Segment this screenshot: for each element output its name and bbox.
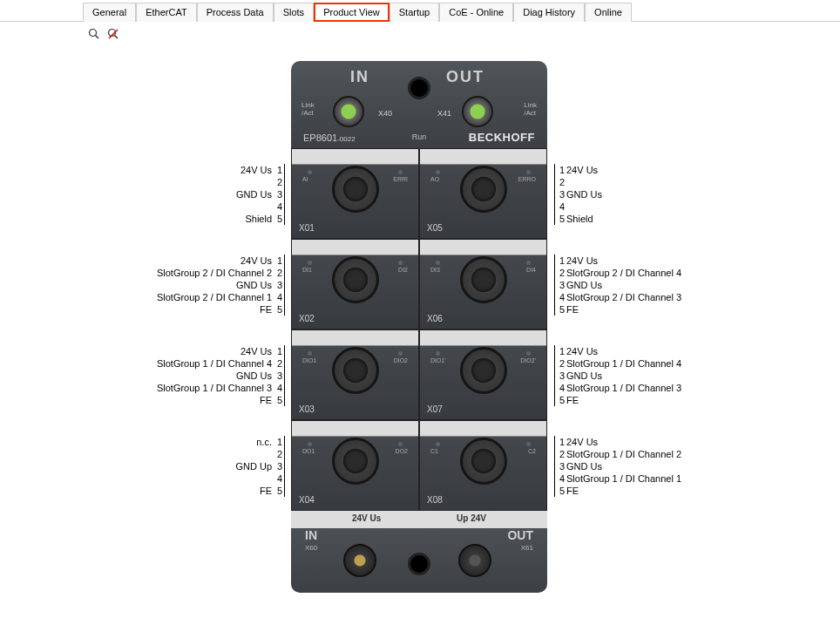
model-label: EP8601-0022: [303, 132, 356, 143]
pin-number-label: 1: [274, 345, 282, 357]
pin-number-label: 5: [274, 394, 282, 406]
tab-product-view[interactable]: Product View: [314, 3, 390, 22]
pin-number-label: 5: [556, 394, 565, 406]
slot-name-label: X03: [299, 404, 315, 414]
led-label: DIO1': [430, 357, 446, 363]
pin-signal-label: GND Us: [566, 279, 602, 291]
pin-signal-label: 24V Us: [240, 345, 272, 357]
slot-x08: C1C2X08: [419, 420, 547, 511]
tab-process-data[interactable]: Process Data: [197, 3, 274, 22]
pin-signal-label: GND Up: [235, 460, 272, 472]
pin-signal-label: FE: [260, 485, 272, 497]
pin-number-label: 2: [556, 357, 565, 370]
pin-signal-label: FE: [260, 394, 272, 406]
device-footer: 24V Us Up 24V IN X60 OUT X61: [291, 511, 547, 593]
slot-x02: DI1DI2X02: [291, 239, 419, 329]
pin-number-label: 5: [556, 213, 565, 225]
tab-startup[interactable]: Startup: [390, 3, 439, 22]
pin-signal-label: 24V Us: [240, 164, 272, 176]
slot-name-label: X05: [427, 223, 443, 233]
pin-signal-label: GND Us: [236, 188, 272, 200]
tab-ethercat[interactable]: EtherCAT: [136, 3, 196, 22]
ethercat-connector-x40: [333, 96, 364, 127]
device-header: IN OUT Link/Act Link/Act X40 X41 Run EP8…: [291, 61, 547, 148]
device-graphic: IN OUT Link/Act Link/Act X40 X41 Run EP8…: [291, 61, 547, 596]
slot-x07: DIO1'DIO2'X07: [419, 329, 547, 420]
pin-signal-label: Shield: [245, 213, 272, 225]
pin-signal-label: n.c.: [256, 436, 272, 448]
pin-signal-label: GND Us: [566, 370, 602, 382]
footer-in-label: IN: [305, 528, 317, 542]
toolbar: [0, 22, 840, 41]
linkact-right-label: Link/Act: [524, 101, 537, 117]
power-connector-x60: [343, 544, 376, 577]
slot-x06: DI3DI4X06: [419, 239, 547, 329]
x41-label: X41: [437, 109, 451, 118]
pin-number-label: 4: [274, 291, 282, 303]
svg-point-0: [90, 30, 97, 37]
footer-24v-us-label: 24V Us: [352, 513, 381, 523]
header-in-label: IN: [350, 68, 369, 86]
svg-line-1: [96, 36, 99, 39]
x40-label: X40: [378, 109, 392, 118]
pin-number-label: 1: [556, 255, 565, 267]
tab-diag-history[interactable]: Diag History: [513, 3, 585, 22]
zoom-reset-icon[interactable]: [106, 27, 120, 41]
led-label: DIO2': [520, 357, 536, 363]
mount-hole-icon: [408, 77, 430, 99]
pin-number-label: 2: [274, 448, 282, 460]
pin-number-label: 5: [556, 485, 565, 497]
pin-number-label: 2: [556, 176, 565, 188]
pin-number-label: 1: [556, 345, 565, 357]
pin-signal-label: SlotGroup 1 / DI Channel 4: [157, 357, 272, 370]
tab-online[interactable]: Online: [585, 3, 632, 22]
led-label: DI4: [526, 267, 536, 273]
slot-x03: DIO1DIO2X03: [291, 329, 419, 420]
slot-x01: AIERRIX01: [291, 148, 419, 239]
led-label: DO2: [396, 448, 408, 454]
pin-signal-label: SlotGroup 2 / DI Channel 4: [566, 267, 681, 279]
slot-name-label: X04: [299, 495, 315, 505]
tab-general[interactable]: General: [83, 3, 136, 22]
pin-number-label: 2: [274, 357, 282, 370]
led-label: AI: [302, 176, 308, 182]
pin-signal-label: GND Us: [566, 188, 602, 200]
led-label: C2: [528, 448, 536, 454]
slot-name-label: X01: [299, 223, 315, 233]
pin-signal-label: GND Us: [236, 370, 272, 382]
pin-number-label: 3: [556, 188, 565, 200]
pin-signal-label: 24V Us: [566, 345, 598, 357]
tab-slots[interactable]: Slots: [274, 3, 314, 22]
mount-hole-icon: [408, 553, 430, 575]
m12-connector-icon: [460, 166, 507, 213]
pin-signal-label: GND Us: [236, 279, 272, 291]
led-label: C1: [430, 448, 438, 454]
slot-name-label: X07: [427, 404, 443, 414]
zoom-in-icon[interactable]: [87, 27, 101, 41]
m12-connector-icon: [460, 256, 507, 303]
pin-signal-label: SlotGroup 1 / DI Channel 3: [566, 382, 681, 394]
header-out-label: OUT: [446, 68, 484, 86]
led-label: DIO1: [302, 357, 316, 363]
pin-number-label: 3: [274, 460, 282, 472]
pin-signal-label: FE: [566, 485, 579, 497]
footer-up24v-label: Up 24V: [457, 513, 486, 523]
tab-coe-online[interactable]: CoE - Online: [439, 3, 513, 22]
pin-number-label: 4: [556, 200, 565, 213]
pin-number-label: 2: [556, 267, 565, 279]
pin-number-label: 1: [274, 164, 282, 176]
pin-signal-label: 24V Us: [566, 164, 598, 176]
m12-connector-icon: [460, 347, 507, 394]
led-label: DIO2: [394, 357, 408, 363]
svg-line-3: [115, 36, 119, 39]
pin-number-label: 5: [556, 303, 565, 316]
tab-bar: GeneralEtherCATProcess DataSlotsProduct …: [0, 0, 840, 22]
m12-connector-icon: [332, 347, 379, 394]
pin-number-label: 3: [556, 370, 565, 382]
pin-number-label: 2: [274, 176, 282, 188]
slot-x04: DO1DO2X04: [291, 420, 419, 511]
pin-number-label: 3: [274, 188, 282, 200]
pin-signal-label: SlotGroup 2 / DI Channel 1: [157, 291, 272, 303]
pin-number-label: 1: [274, 255, 282, 267]
pin-number-label: 3: [274, 370, 282, 382]
